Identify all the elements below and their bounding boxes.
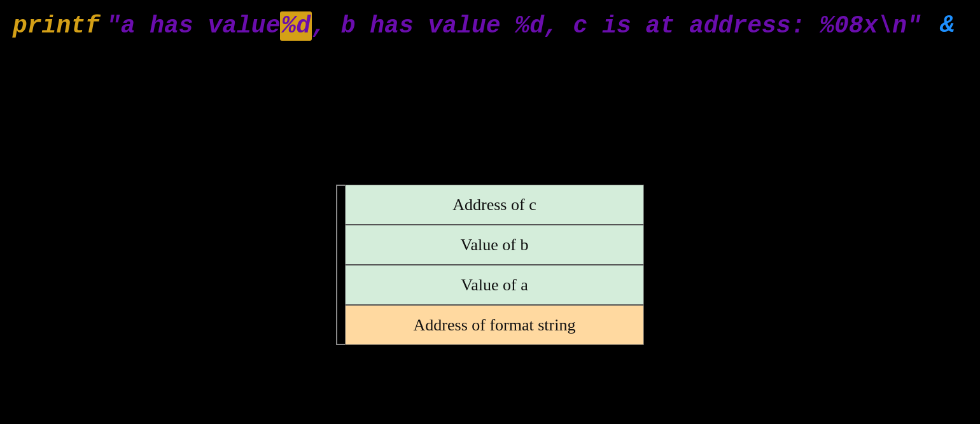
string-before-format: "a has value (106, 11, 281, 41)
stack-cell-value-b: Value of b (345, 225, 644, 265)
string-after-format: , b has value %d, c is at address: %08x\… (312, 11, 921, 41)
stack-cell-address-c: Address of c (345, 185, 644, 225)
code-line: printf "a has value %d, b has value %d, … (13, 11, 921, 41)
stack-cell-format-string: Address of format string (345, 305, 644, 345)
stack-cell-value-a: Value of a (345, 265, 644, 305)
printf-keyword: printf (13, 11, 100, 41)
format-specifier: %d (280, 11, 312, 41)
ampersand-symbol: & (940, 11, 955, 39)
stack-diagram: Address of c Value of b Value of a Addre… (345, 185, 644, 345)
stack-bracket (336, 185, 345, 345)
